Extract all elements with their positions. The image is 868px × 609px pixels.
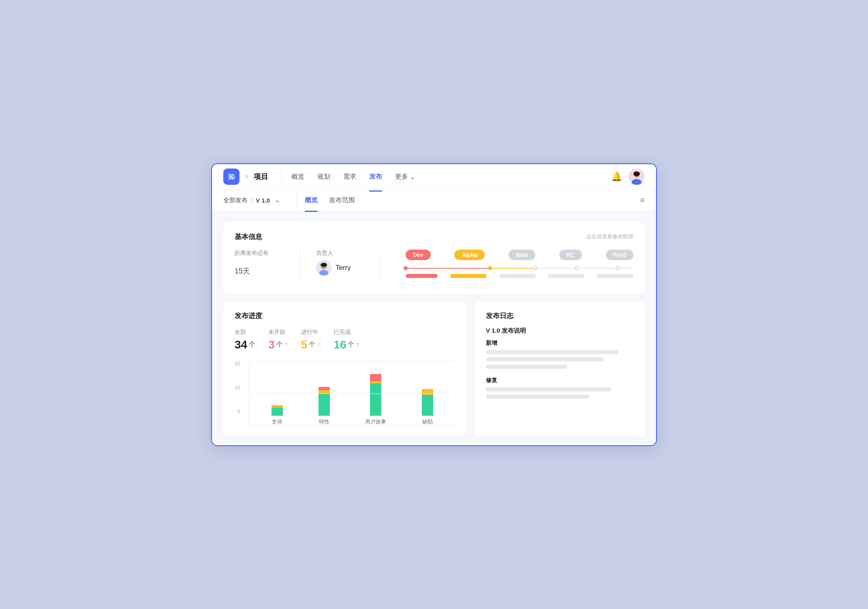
breadcrumb-separator: > xyxy=(244,173,249,181)
stats-row: 全部 34个 未开始 3个↑ 进行中 5个↑ xyxy=(235,329,455,351)
bar-dev xyxy=(406,274,438,278)
bar-stack-epic xyxy=(272,405,283,416)
bar-green-story xyxy=(370,383,381,416)
tab-overview[interactable]: 概览 xyxy=(305,194,318,206)
log-placeholder-4 xyxy=(486,387,611,391)
dot-alpha xyxy=(488,266,492,270)
stage-pill-beta[interactable]: Beta xyxy=(509,250,535,260)
stage-pills-row: Dev Alpha Beta RC Prod xyxy=(406,250,633,260)
basic-info-section: 基本信息 点击进度条修改阶段 距离发布还有 15天 负责人 xyxy=(223,222,645,293)
sub-nav: 全部发布 / V 1.0 ⌄ 概览 发布范围 ≡ xyxy=(212,190,656,211)
stat-not-started-label: 未开始 xyxy=(268,329,288,336)
dot-dev xyxy=(404,266,408,270)
version-label[interactable]: V 1.0 xyxy=(256,197,270,204)
nav-requirements[interactable]: 需求 xyxy=(343,171,356,183)
info-divider-2 xyxy=(381,250,381,282)
svg-point-8 xyxy=(633,173,640,175)
owner-label: 负责人 xyxy=(316,250,365,257)
main-content: 基本信息 点击进度条修改阶段 距离发布还有 15天 负责人 xyxy=(212,211,656,445)
bar-yellow-feature xyxy=(319,390,330,393)
release-progress-section: 发布进度 全部 34个 未开始 3个↑ xyxy=(223,301,466,436)
nav-more[interactable]: 更多 ⌄ xyxy=(395,171,415,183)
chart-bars-area: 史诗 特性 xyxy=(249,361,455,426)
days-value: 15天 xyxy=(235,260,283,277)
progress-line[interactable] xyxy=(406,266,633,271)
basic-info-title: 基本信息 xyxy=(235,232,262,241)
log-placeholder-2 xyxy=(486,357,604,361)
y-axis: 20 10 0 xyxy=(235,361,240,415)
nav-links: 概览 规划 需求 发布 更多 ⌄ xyxy=(291,171,608,183)
bar-green-feature xyxy=(319,393,330,416)
stat-total-label: 全部 xyxy=(235,329,255,336)
bar-stack-feature xyxy=(319,387,330,416)
svg-point-14 xyxy=(321,263,327,265)
grid-line-top xyxy=(249,361,455,361)
bar-red-story xyxy=(370,374,381,381)
stat-in-progress: 进行中 5个↑ xyxy=(301,329,321,351)
breadcrumb-sep: / xyxy=(251,197,252,204)
logo[interactable] xyxy=(223,169,239,185)
list-icon[interactable]: ≡ xyxy=(640,196,645,205)
avatar[interactable] xyxy=(629,169,645,185)
log-fix-section: 修复 xyxy=(486,377,633,399)
stage-pill-rc[interactable]: RC xyxy=(559,250,582,260)
person-avatar xyxy=(316,260,331,276)
stat-in-progress-value: 5个↑ xyxy=(301,338,321,351)
stat-completed-label: 已完成 xyxy=(334,329,359,336)
stage-pill-alpha[interactable]: Alpha xyxy=(454,250,485,260)
bar-red-feature xyxy=(319,387,330,390)
person-row: Terry xyxy=(316,260,365,276)
nav-overview[interactable]: 概览 xyxy=(291,171,304,183)
chart-container: 20 10 0 xyxy=(249,361,455,426)
grid-line-mid xyxy=(249,393,455,394)
log-new-label: 新增 xyxy=(486,340,633,347)
bar-group-feature: 特性 xyxy=(319,387,330,425)
dot-rc xyxy=(575,266,579,270)
y-label-20: 20 xyxy=(235,361,240,367)
bar-green-defect xyxy=(422,395,433,416)
progress-fill-yellow xyxy=(490,268,535,269)
bar-label-story: 用户故事 xyxy=(365,418,386,425)
bar-group-defect: 缺陷 xyxy=(422,389,433,425)
subnav-divider xyxy=(296,195,297,205)
progress-title: 发布进度 xyxy=(235,311,455,321)
progress-fill-red xyxy=(406,268,490,269)
stat-not-started-value: 3个↑ xyxy=(268,338,288,351)
y-label-0: 0 xyxy=(237,409,240,415)
bar-stack-defect xyxy=(422,389,433,416)
stage-pill-dev[interactable]: Dev xyxy=(406,250,431,260)
y-label-10: 10 xyxy=(235,385,240,391)
log-new-section: 新增 xyxy=(486,340,633,369)
nav-plan[interactable]: 规划 xyxy=(317,171,330,183)
bar-group-story: 用户故事 xyxy=(365,374,386,425)
stat-not-started: 未开始 3个↑ xyxy=(268,329,288,351)
version-dropdown-icon[interactable]: ⌄ xyxy=(275,197,280,204)
dot-prod xyxy=(616,266,620,270)
bar-stack-story xyxy=(370,374,381,416)
subnav-tabs: 概览 发布范围 xyxy=(305,194,355,206)
subnav-right: ≡ xyxy=(640,196,645,205)
stat-completed-value: 16个↑ xyxy=(334,338,359,351)
project-label[interactable]: 项目 xyxy=(254,172,268,182)
all-releases-label[interactable]: 全部发布 xyxy=(223,197,248,204)
log-placeholder-3 xyxy=(486,365,567,369)
nav-release[interactable]: 发布 xyxy=(369,171,382,183)
top-nav: > 项目 概览 规划 需求 发布 更多 ⌄ 🔔 xyxy=(212,164,656,190)
days-label: 距离发布还有 xyxy=(235,250,283,257)
info-divider xyxy=(299,250,300,282)
stage-pill-prod[interactable]: Prod xyxy=(606,250,633,260)
days-card: 距离发布还有 15天 xyxy=(235,250,283,277)
bar-prod xyxy=(597,274,633,278)
person-name: Terry xyxy=(336,264,351,272)
bars-row xyxy=(406,274,633,278)
stat-total-value: 34个 xyxy=(235,338,255,351)
section-header: 基本信息 点击进度条修改阶段 xyxy=(235,232,633,241)
log-title: 发布日志 xyxy=(486,311,633,321)
bar-beta xyxy=(499,274,536,278)
section-hint: 点击进度条修改阶段 xyxy=(586,233,633,240)
stage-progress-track[interactable]: Dev Alpha Beta RC Prod xyxy=(398,250,633,278)
log-placeholder-1 xyxy=(486,350,619,354)
bell-icon[interactable]: 🔔 xyxy=(611,171,622,182)
tab-scope[interactable]: 发布范围 xyxy=(329,194,355,206)
stat-total: 全部 34个 xyxy=(235,329,255,351)
